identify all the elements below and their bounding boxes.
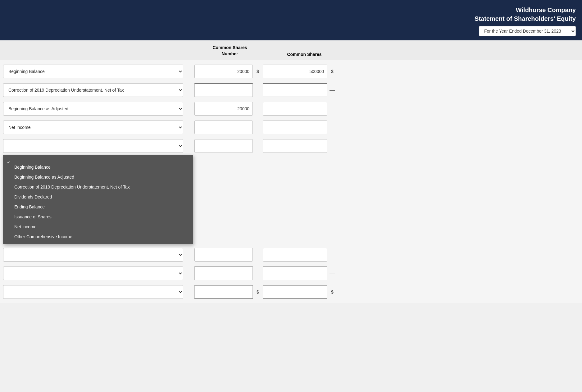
row-number-cell: [193, 65, 255, 78]
table-row: [0, 137, 582, 155]
dropdown-item[interactable]: Ending Balance: [3, 202, 193, 212]
shares-number-input[interactable]: [194, 65, 253, 78]
row-number-cell: [193, 248, 255, 262]
row-label-select[interactable]: Correction of 2019 Depreciation Understa…: [3, 83, 183, 97]
table-body: Beginning Balance $ $ Correction of 2019…: [0, 60, 582, 303]
row-label-select[interactable]: Beginning Balance: [3, 65, 183, 78]
dropdown-item[interactable]: Other Comprehensive Income: [3, 232, 193, 242]
row-number-cell: [193, 83, 255, 97]
shares-number-input[interactable]: [194, 139, 253, 153]
common-shares-input[interactable]: [263, 139, 327, 153]
dollar-sign-1: $: [255, 289, 261, 294]
table-row: —: [0, 265, 582, 282]
row-value-cell: [261, 102, 329, 116]
row-label-cell[interactable]: [0, 285, 193, 299]
dropdown-item[interactable]: Beginning Balance: [3, 162, 193, 172]
shares-number-input[interactable]: [194, 121, 253, 134]
column-headers: Common SharesNumber Common Shares: [0, 40, 582, 60]
row-with-dropdown: Beginning Balance Beginning Balance as A…: [0, 137, 582, 155]
dropdown-item[interactable]: Dividends Declared: [3, 192, 193, 202]
row-label-select[interactable]: [3, 248, 183, 262]
dollar-sign-dash: —: [329, 270, 335, 277]
dropdown-item[interactable]: Beginning Balance as Adjusted: [3, 172, 193, 182]
row-label-cell[interactable]: [0, 267, 193, 280]
row-value-cell: [261, 83, 329, 97]
statement-table: Common SharesNumber Common Shares Beginn…: [0, 40, 582, 303]
row-value-cell: [261, 248, 329, 262]
row-label-select[interactable]: [3, 285, 183, 299]
company-title: Wildhorse Company Statement of Sharehold…: [6, 6, 576, 23]
dollar-sign-2: $: [329, 69, 335, 74]
common-shares-input[interactable]: [263, 267, 327, 280]
row-label-cell[interactable]: Correction of 2019 Depreciation Understa…: [0, 83, 193, 97]
row-label-select[interactable]: Net Income: [3, 121, 183, 134]
common-shares-input[interactable]: [263, 65, 327, 78]
common-shares-input[interactable]: [263, 102, 327, 116]
dropdown-item[interactable]: Correction of 2019 Depreciation Understa…: [3, 182, 193, 192]
common-shares-input[interactable]: [263, 248, 327, 262]
table-row: $ $: [0, 283, 582, 301]
table-row: Beginning Balance as Adjusted: [0, 100, 582, 117]
dollar-sign-1: $: [255, 69, 261, 74]
common-shares-input[interactable]: [263, 285, 327, 299]
shares-number-input[interactable]: [194, 83, 253, 97]
row-number-cell: [193, 267, 255, 280]
row-label-select[interactable]: [3, 139, 183, 153]
page-header: Wildhorse Company Statement of Sharehold…: [0, 0, 582, 40]
shares-number-input[interactable]: [194, 102, 253, 116]
row-number-cell: [193, 102, 255, 116]
period-select[interactable]: For the Year Ended December 31, 2023: [479, 26, 576, 36]
row-value-cell: [261, 139, 329, 153]
row-label-cell[interactable]: [0, 139, 193, 153]
shares-number-input[interactable]: [194, 267, 253, 280]
row-label-dropdown[interactable]: Beginning Balance Beginning Balance as A…: [3, 155, 193, 244]
row-label-cell[interactable]: [0, 248, 193, 262]
row-value-cell: [261, 267, 329, 280]
table-row: Net Income: [0, 119, 582, 136]
row-value-cell: [261, 121, 329, 134]
table-row: Beginning Balance $ $: [0, 63, 582, 80]
row-value-cell: [261, 285, 329, 299]
row-label-select[interactable]: [3, 267, 183, 280]
shares-number-input[interactable]: [194, 285, 253, 299]
row-number-cell: [193, 139, 255, 153]
col-header-common-shares: Common Shares: [267, 52, 342, 57]
table-row: [0, 246, 582, 263]
common-shares-input[interactable]: [263, 83, 327, 97]
dropdown-item[interactable]: Net Income: [3, 222, 193, 232]
dropdown-item[interactable]: Issuance of Shares: [3, 212, 193, 222]
shares-number-input[interactable]: [194, 248, 253, 262]
row-label-cell[interactable]: Beginning Balance as Adjusted: [0, 102, 193, 116]
col-header-shares-number: Common SharesNumber: [193, 45, 267, 57]
dollar-sign-dash: —: [329, 87, 335, 93]
dropdown-item[interactable]: [3, 157, 193, 162]
row-number-cell: [193, 121, 255, 134]
row-label-cell[interactable]: Beginning Balance: [0, 65, 193, 78]
table-row: Correction of 2019 Depreciation Understa…: [0, 81, 582, 99]
dollar-sign-2: $: [329, 289, 335, 294]
row-label-select[interactable]: Beginning Balance as Adjusted: [3, 102, 183, 116]
row-number-cell: [193, 285, 255, 299]
row-value-cell: [261, 65, 329, 78]
row-label-cell[interactable]: Net Income: [0, 121, 193, 134]
common-shares-input[interactable]: [263, 121, 327, 134]
